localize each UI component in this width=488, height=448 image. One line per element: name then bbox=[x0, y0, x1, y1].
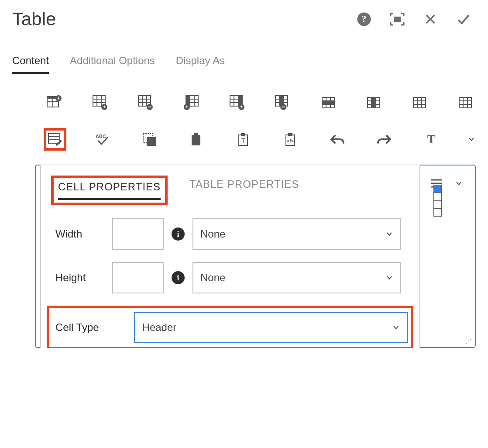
undo-icon[interactable] bbox=[326, 128, 349, 151]
table-create-icon[interactable]: + bbox=[44, 91, 65, 114]
dialog-header: Table ? bbox=[0, 0, 488, 37]
rte-toolbar: + + + + ABC bbox=[0, 74, 488, 151]
cell-type-select[interactable]: Header bbox=[134, 312, 408, 343]
tab-content[interactable]: Content bbox=[12, 55, 49, 74]
table-delete-col-icon[interactable] bbox=[272, 91, 293, 114]
editor-area: ⋰ CELL PROPERTIES TABLE PROPERTIES Width… bbox=[0, 165, 488, 348]
table-insert-col-left-icon[interactable]: + bbox=[181, 91, 202, 114]
svg-rect-52 bbox=[322, 101, 334, 104]
svg-text:T: T bbox=[427, 133, 436, 146]
help-icon[interactable]: ? bbox=[356, 11, 372, 27]
fullscreen-icon[interactable] bbox=[389, 11, 405, 27]
svg-rect-74 bbox=[147, 137, 156, 146]
editor-table-widget[interactable] bbox=[433, 185, 442, 217]
width-info-icon[interactable]: i bbox=[172, 227, 185, 241]
height-label: Height bbox=[52, 272, 104, 284]
done-icon[interactable] bbox=[456, 11, 471, 27]
svg-rect-22 bbox=[148, 107, 151, 107]
svg-rect-81 bbox=[288, 133, 292, 136]
height-info-icon[interactable]: i bbox=[172, 271, 185, 284]
table-edit-icon[interactable] bbox=[44, 128, 66, 151]
main-tabs: Content Additional Options Display As bbox=[0, 37, 488, 74]
height-input[interactable] bbox=[112, 262, 164, 293]
table-col-select-icon[interactable] bbox=[363, 91, 385, 114]
table-merge-icon[interactable] bbox=[409, 91, 430, 114]
svg-rect-69 bbox=[48, 134, 60, 143]
svg-rect-46 bbox=[282, 107, 285, 107]
cell-type-label: Cell Type bbox=[52, 321, 126, 334]
text-format-icon[interactable]: T bbox=[420, 128, 443, 151]
svg-rect-75 bbox=[192, 135, 200, 145]
table-insert-row-icon[interactable]: + bbox=[89, 91, 111, 114]
width-label: Width bbox=[52, 228, 104, 240]
properties-popover: CELL PROPERTIES TABLE PROPERTIES Width i… bbox=[40, 165, 420, 348]
table-insert-col-right-icon[interactable]: + bbox=[226, 91, 247, 114]
svg-text:+: + bbox=[103, 104, 106, 110]
spellcheck-icon[interactable]: ABC bbox=[91, 128, 113, 151]
tab-additional-options[interactable]: Additional Options bbox=[70, 55, 155, 74]
svg-text:+: + bbox=[57, 95, 60, 101]
redo-icon[interactable] bbox=[373, 128, 396, 151]
table-split-icon[interactable] bbox=[454, 91, 476, 114]
clipboard-icon[interactable] bbox=[185, 128, 207, 151]
svg-text:+: + bbox=[240, 104, 243, 110]
svg-text:T: T bbox=[241, 137, 245, 144]
cell-type-value: Header bbox=[142, 321, 177, 334]
height-unit-select[interactable]: None bbox=[192, 262, 401, 293]
svg-text:+: + bbox=[186, 104, 189, 110]
width-input[interactable] bbox=[112, 218, 164, 250]
width-unit-select[interactable]: None bbox=[192, 218, 401, 250]
cell-properties-form: Width i None Height i None Cell Type bbox=[41, 205, 419, 348]
format-dropdown-icon[interactable] bbox=[467, 128, 476, 151]
dialog-actions: ? bbox=[356, 11, 476, 27]
tab-table-properties[interactable]: TABLE PROPERTIES bbox=[189, 178, 299, 196]
paste-text-icon[interactable]: T bbox=[232, 128, 254, 151]
svg-rect-59 bbox=[413, 97, 426, 108]
paste-html-icon[interactable]: </> bbox=[279, 128, 302, 151]
resize-handle-icon[interactable]: ⋰ bbox=[465, 338, 471, 345]
height-unit-value: None bbox=[200, 272, 225, 284]
svg-text:?: ? bbox=[361, 14, 366, 24]
tab-cell-properties[interactable]: CELL PROPERTIES bbox=[58, 181, 161, 200]
dialog-title: Table bbox=[12, 9, 356, 30]
svg-rect-2 bbox=[394, 17, 401, 22]
select-all-icon[interactable] bbox=[138, 128, 161, 151]
popover-tabs: CELL PROPERTIES TABLE PROPERTIES bbox=[41, 165, 419, 205]
width-unit-value: None bbox=[200, 228, 225, 240]
svg-rect-76 bbox=[194, 133, 198, 136]
svg-rect-58 bbox=[371, 97, 376, 108]
table-row-select-icon[interactable] bbox=[318, 91, 339, 114]
svg-rect-64 bbox=[459, 97, 471, 108]
table-delete-row-icon[interactable] bbox=[135, 91, 156, 114]
close-icon[interactable] bbox=[423, 11, 438, 27]
svg-text:ABC: ABC bbox=[96, 134, 106, 139]
svg-text:</>: </> bbox=[287, 138, 294, 144]
svg-rect-78 bbox=[241, 133, 245, 136]
tab-display-as[interactable]: Display As bbox=[176, 55, 225, 74]
